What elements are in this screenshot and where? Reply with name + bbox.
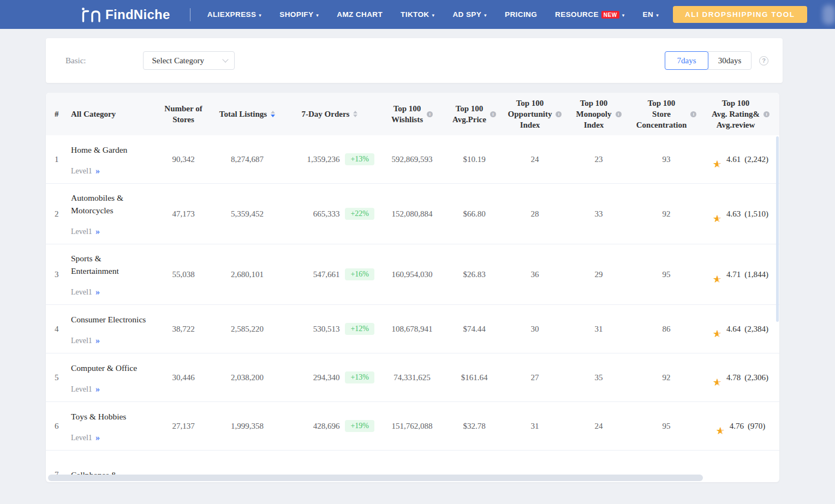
opportunity-index-value: 24 (503, 155, 566, 164)
rating-cell: ☆★ 4.64 (2,384) (702, 325, 779, 334)
level-link[interactable]: Level1 » (71, 385, 147, 394)
category-name[interactable]: Consumer Electronics (71, 313, 147, 326)
monopoly-index-value: 29 (566, 270, 631, 279)
orders-change-badge: +13% (345, 371, 374, 383)
chevron-down-icon: ▾ (316, 13, 319, 18)
orders-value: 665,333 (313, 209, 340, 219)
double-chevron-right-icon: » (96, 434, 100, 442)
nav-item-aliexpress[interactable]: ALIEXPRESS▾ (207, 10, 261, 19)
category-cell: Automobiles & Motorcycles Level1 » (68, 191, 153, 236)
store-concentration-value: 92 (631, 373, 702, 382)
level-link[interactable]: Level1 » (71, 434, 147, 442)
avg-price-value: $66.80 (445, 209, 503, 219)
orders-cell: 547,661 +16% (281, 268, 379, 280)
table-row: 1 Home & Garden Level1 » 90,342 8,274,68… (46, 135, 779, 184)
category-cell: Sports & Entertainment Level1 » (68, 252, 153, 297)
table-body: 1 Home & Garden Level1 » 90,342 8,274,68… (46, 135, 779, 482)
rating-value: 4.61 (726, 155, 741, 164)
brand-logo[interactable]: FindNiche (81, 7, 170, 23)
avg-price-value: $26.83 (445, 270, 503, 279)
vertical-scrollbar[interactable] (776, 136, 779, 322)
rating-cell: ☆★ 4.76 (970) (702, 422, 779, 431)
info-icon[interactable]: i (556, 111, 562, 117)
sort-icon[interactable] (353, 111, 357, 117)
nav-item-ad-spy[interactable]: AD SPY▾ (452, 10, 487, 19)
row-index: 4 (46, 325, 68, 334)
double-chevron-right-icon: » (96, 385, 100, 394)
chevron-down-icon: ▾ (622, 13, 625, 18)
nav-item-amz-chart[interactable]: AMZ CHART (337, 10, 383, 19)
ali-dropshipping-tool-button[interactable]: ALI DROPSHIPPING TOOL (673, 6, 807, 23)
reviews-count: (1,844) (744, 270, 768, 279)
monopoly-index-value: 33 (566, 209, 631, 219)
category-select[interactable]: Select Category (143, 51, 235, 70)
nav-item-pricing[interactable]: PRICING (505, 10, 537, 19)
orders-cell: 1,359,236 +13% (281, 153, 379, 165)
double-chevron-right-icon: » (96, 288, 100, 297)
category-name[interactable]: Computer & Office (71, 362, 147, 374)
rating-value: 4.71 (726, 270, 741, 279)
table-row: 2 Automobiles & Motorcycles Level1 » 47,… (46, 184, 779, 244)
stores-value: 27,137 (153, 422, 214, 431)
info-icon[interactable]: i (764, 111, 770, 117)
wishlists-value: 160,954,030 (379, 270, 445, 279)
info-icon[interactable]: i (616, 111, 622, 117)
header-total-listings[interactable]: Total Listings (214, 109, 281, 119)
info-icon[interactable]: i (490, 111, 496, 117)
avg-price-value: $32.78 (445, 422, 503, 431)
orders-value: 294,340 (313, 373, 340, 382)
filter-bar: Basic: Select Category 7days 30days ? (46, 38, 783, 83)
new-badge: NEW (601, 11, 619, 19)
header-number-of-stores: Number of Stores (153, 103, 214, 125)
level-link[interactable]: Level1 » (71, 288, 147, 297)
horizontal-scrollbar[interactable] (48, 475, 703, 481)
double-chevron-right-icon: » (96, 167, 100, 176)
opportunity-index-value: 28 (503, 209, 566, 219)
wishlists-value: 74,331,625 (379, 373, 445, 382)
opportunity-index-value: 36 (503, 270, 566, 279)
orders-cell: 294,340 +13% (281, 371, 379, 383)
category-name[interactable]: Sports & Entertainment (71, 252, 147, 277)
category-name[interactable]: Automobiles & Motorcycles (71, 191, 147, 217)
rating-cell: ☆★ 4.71 (1,844) (702, 270, 779, 279)
listings-value: 2,680,101 (214, 270, 281, 279)
category-cell: Home & Garden Level1 » (68, 143, 153, 176)
help-question-icon[interactable]: ? (759, 56, 768, 65)
wishlists-value: 592,869,593 (379, 155, 445, 164)
level-link[interactable]: Level1 » (71, 167, 147, 176)
range-toggle: 7days 30days (665, 51, 751, 70)
level-link[interactable]: Level1 » (71, 227, 147, 236)
listings-value: 2,585,220 (214, 325, 281, 334)
header-7-day-orders[interactable]: 7-Day Orders (281, 109, 379, 119)
nav-item-resource[interactable]: RESOURCENEW▾ (555, 10, 624, 19)
basic-label: Basic: (65, 56, 86, 65)
table-row: 5 Computer & Office Level1 » 30,446 2,03… (46, 353, 779, 402)
info-icon[interactable]: i (690, 111, 696, 117)
rating-value: 4.63 (726, 209, 741, 219)
row-index: 1 (46, 155, 68, 164)
listings-value: 2,038,200 (214, 373, 281, 382)
category-name[interactable]: Toys & Hobbies (71, 410, 147, 423)
monopoly-index-value: 35 (566, 373, 631, 382)
sort-icon[interactable] (271, 111, 275, 117)
store-concentration-value: 95 (631, 422, 702, 431)
info-icon[interactable]: i (427, 111, 433, 117)
row-index: 2 (46, 209, 68, 219)
orders-value: 428,696 (313, 422, 340, 431)
nav-item-tiktok[interactable]: TIKTOK▾ (401, 10, 434, 19)
nav-item-shopify[interactable]: SHOPIFY▾ (279, 10, 319, 19)
double-chevron-right-icon: » (96, 337, 100, 345)
level-link[interactable]: Level1 » (71, 337, 147, 345)
range-7days-button[interactable]: 7days (665, 51, 708, 70)
monopoly-index-value: 31 (566, 325, 631, 334)
avg-price-value: $74.44 (445, 325, 503, 334)
nav-item-language[interactable]: EN▾ (643, 10, 659, 19)
blurred-account-area[interactable] (822, 5, 835, 25)
store-concentration-value: 86 (631, 325, 702, 334)
avg-price-value: $161.64 (445, 373, 503, 382)
orders-change-badge: +19% (345, 420, 374, 432)
category-name[interactable]: Home & Garden (71, 143, 147, 156)
range-30days-button[interactable]: 30days (708, 51, 751, 70)
range-toggle-area: 7days 30days ? (665, 51, 768, 70)
rating-cell: ☆★ 4.78 (2,306) (702, 373, 779, 382)
